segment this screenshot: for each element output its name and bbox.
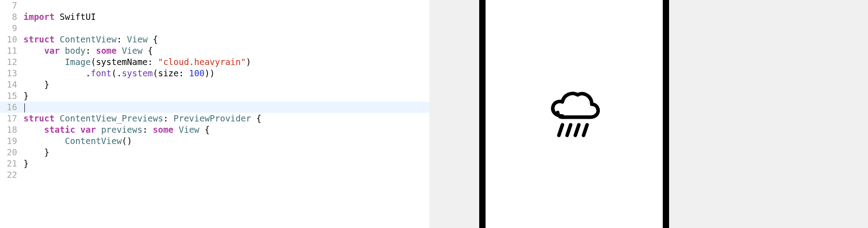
code-token: View xyxy=(179,125,199,135)
code-content[interactable]: import SwiftUI xyxy=(24,11,429,23)
code-line[interactable]: 9 xyxy=(0,23,429,34)
line-number: 10 xyxy=(0,34,24,45)
code-token xyxy=(24,46,44,56)
code-line[interactable]: 14 } xyxy=(0,79,429,90)
code-token: )) xyxy=(204,68,215,78)
code-line[interactable]: 17struct ContentView_Previews: PreviewPr… xyxy=(0,113,429,124)
code-token: body xyxy=(65,46,86,56)
code-content[interactable]: Image(systemName: "cloud.heavyrain") xyxy=(24,56,429,68)
code-token: system xyxy=(122,68,153,78)
code-token: : xyxy=(85,46,96,56)
pane-divider-area xyxy=(429,0,479,228)
code-token: font xyxy=(91,68,112,78)
line-number: 22 xyxy=(0,169,24,181)
code-content[interactable]: struct ContentView: View { xyxy=(24,34,429,45)
code-line[interactable]: 15} xyxy=(0,90,429,102)
code-token: var xyxy=(80,125,96,135)
line-number: 13 xyxy=(0,68,24,79)
code-token xyxy=(55,113,60,123)
code-token: { xyxy=(199,125,210,135)
line-number: 17 xyxy=(0,113,24,124)
code-line[interactable]: 7 xyxy=(0,0,429,11)
code-token: static xyxy=(44,125,75,135)
code-token xyxy=(75,125,80,135)
code-token: ) xyxy=(246,57,251,67)
code-content[interactable]: } xyxy=(24,79,429,90)
code-token: : xyxy=(117,34,127,44)
code-token xyxy=(174,125,179,135)
code-content[interactable]: struct ContentView_Previews: PreviewProv… xyxy=(24,113,429,124)
code-line[interactable]: 10struct ContentView: View { xyxy=(0,34,429,45)
code-token: : xyxy=(142,125,153,135)
code-content[interactable]: .font(.system(size: 100)) xyxy=(24,68,429,79)
preview-right-margin xyxy=(669,0,868,228)
code-token: some xyxy=(153,125,174,135)
code-token: var xyxy=(44,46,60,56)
code-token: () xyxy=(122,136,132,146)
svg-line-3 xyxy=(584,125,587,135)
code-token: ContentView xyxy=(60,34,117,44)
line-number: 18 xyxy=(0,124,24,135)
text-cursor xyxy=(24,103,25,112)
code-token: ContentView xyxy=(65,136,122,146)
code-token xyxy=(117,46,122,56)
code-token: } xyxy=(24,147,49,157)
code-token: 100 xyxy=(189,68,204,78)
code-line[interactable]: 12 Image(systemName: "cloud.heavyrain") xyxy=(0,56,429,68)
code-content[interactable] xyxy=(24,102,429,113)
code-line[interactable]: 8import SwiftUI xyxy=(0,11,429,23)
code-line[interactable]: 22 xyxy=(0,169,429,181)
code-token: : xyxy=(163,113,174,123)
code-content[interactable]: } xyxy=(24,147,429,158)
code-token: { xyxy=(251,113,261,123)
svg-line-2 xyxy=(576,125,579,135)
code-token: PreviewProvider xyxy=(174,113,251,123)
code-token: SwiftUI xyxy=(55,12,96,22)
code-editor[interactable]: 78import SwiftUI910struct ContentView: V… xyxy=(0,0,429,228)
line-number: 7 xyxy=(0,0,24,11)
device-preview-frame xyxy=(479,0,669,228)
code-token xyxy=(24,125,44,135)
code-token xyxy=(60,46,65,56)
code-content[interactable]: ContentView() xyxy=(24,135,429,147)
line-number: 19 xyxy=(0,135,24,147)
code-token: import xyxy=(24,12,55,22)
line-number: 20 xyxy=(0,147,24,158)
code-content[interactable]: } xyxy=(24,158,429,169)
code-line[interactable]: 13 .font(.system(size: 100)) xyxy=(0,68,429,79)
code-line[interactable]: 18 static var previews: some View { xyxy=(0,124,429,135)
cloud-heavyrain-icon xyxy=(545,85,604,144)
code-line[interactable]: 11 var body: some View { xyxy=(0,45,429,56)
code-line[interactable]: 21} xyxy=(0,158,429,169)
svg-line-1 xyxy=(567,125,571,135)
code-token: previews xyxy=(101,125,143,135)
code-content[interactable]: static var previews: some View { xyxy=(24,124,429,135)
code-token: } xyxy=(24,79,49,89)
code-token xyxy=(24,136,65,146)
line-number: 11 xyxy=(0,45,24,56)
code-token: { xyxy=(142,46,153,56)
line-number: 16 xyxy=(0,102,24,113)
line-number: 14 xyxy=(0,79,24,90)
code-content[interactable] xyxy=(24,23,429,34)
code-token: { xyxy=(148,34,158,44)
code-line[interactable]: 16 xyxy=(0,102,429,113)
code-line[interactable]: 19 ContentView() xyxy=(0,135,429,147)
code-token: some xyxy=(96,46,117,56)
line-number: 9 xyxy=(0,23,24,34)
code-content[interactable] xyxy=(24,0,429,11)
code-token: (. xyxy=(111,68,122,78)
line-number: 12 xyxy=(0,56,24,68)
code-token xyxy=(55,34,60,44)
code-content[interactable]: var body: some View { xyxy=(24,45,429,56)
code-token xyxy=(24,57,65,67)
code-line[interactable]: 20 } xyxy=(0,147,429,158)
code-content[interactable] xyxy=(24,169,429,181)
code-token: View xyxy=(122,46,142,56)
code-token: (systemName: xyxy=(91,57,158,67)
code-token: } xyxy=(24,158,28,168)
code-token: } xyxy=(24,91,28,101)
line-number: 8 xyxy=(0,11,24,23)
code-token: "cloud.heavyrain" xyxy=(158,57,245,67)
code-content[interactable]: } xyxy=(24,90,429,102)
